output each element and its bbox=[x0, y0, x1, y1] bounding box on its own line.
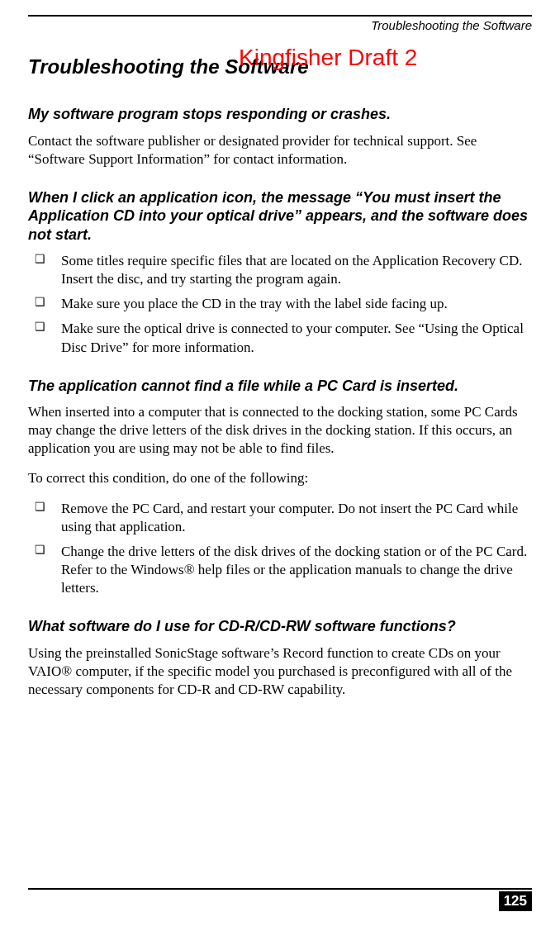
list-item: Some titles require specific files that … bbox=[28, 252, 532, 288]
footer-rule bbox=[28, 888, 532, 890]
list-item: Make sure you place the CD in the tray w… bbox=[28, 295, 532, 313]
section-3-paragraph-1: When inserted into a computer that is co… bbox=[28, 403, 532, 458]
section-heading-3: The application cannot find a file while… bbox=[28, 377, 532, 396]
watermark-text: Kingfisher Draft 2 bbox=[239, 45, 417, 71]
section-3-paragraph-2: To correct this condition, do one of the… bbox=[28, 469, 532, 487]
page-number: 125 bbox=[499, 891, 532, 911]
section-heading-1: My software program stops responding or … bbox=[28, 105, 532, 124]
list-item: Remove the PC Card, and restart your com… bbox=[28, 500, 532, 536]
footer: 125 bbox=[28, 888, 532, 911]
running-header: Troubleshooting the Software bbox=[28, 18, 532, 32]
section-1-paragraph-1: Contact the software publisher or design… bbox=[28, 132, 532, 169]
list-item: Change the drive letters of the disk dri… bbox=[28, 543, 532, 597]
section-4-paragraph-1: Using the preinstalled SonicStage softwa… bbox=[28, 644, 532, 699]
header-rule bbox=[28, 15, 532, 17]
list-item: Make sure the optical drive is connected… bbox=[28, 320, 532, 356]
section-2-list: Some titles require specific files that … bbox=[28, 252, 532, 356]
section-heading-2: When I click an application icon, the me… bbox=[28, 188, 532, 245]
section-heading-4: What software do I use for CD-R/CD-RW so… bbox=[28, 617, 532, 636]
section-3-list: Remove the PC Card, and restart your com… bbox=[28, 500, 532, 597]
